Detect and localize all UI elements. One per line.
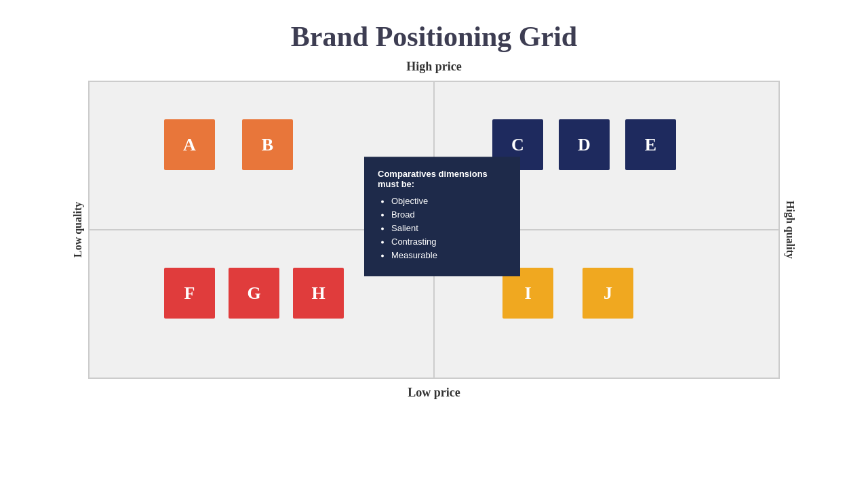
brand-box-e[interactable]: E (625, 119, 676, 170)
grid-wrapper: A B C D E (88, 81, 780, 379)
brand-box-j[interactable]: J (583, 268, 633, 319)
low-price-label: Low price (408, 386, 460, 400)
brand-box-a[interactable]: A (164, 119, 215, 170)
page-title: Brand Positioning Grid (291, 20, 577, 53)
info-item-objective: Objective (391, 196, 507, 206)
info-box-list: Objective Broad Salient Contrasting Meas… (378, 196, 507, 260)
low-quality-label: Low quality (72, 202, 84, 258)
info-item-measurable: Measurable (391, 250, 507, 260)
info-item-salient: Salient (391, 223, 507, 233)
brand-box-g[interactable]: G (229, 268, 279, 319)
high-price-label: High price (406, 60, 462, 74)
brand-box-f[interactable]: F (164, 268, 215, 319)
right-axis-container: High quality (780, 81, 800, 379)
info-box-title: Comparatives dimensions must be: (378, 169, 507, 189)
chart-area: Low quality A B C (68, 81, 800, 379)
brand-box-d[interactable]: D (559, 119, 610, 170)
info-box: Comparatives dimensions must be: Objecti… (364, 157, 520, 276)
brand-box-b[interactable]: B (242, 119, 293, 170)
info-item-contrasting: Contrasting (391, 237, 507, 247)
left-axis-container: Low quality (68, 81, 88, 379)
info-item-broad: Broad (391, 209, 507, 220)
brand-box-h[interactable]: H (293, 268, 344, 319)
high-quality-label: High quality (784, 201, 796, 259)
